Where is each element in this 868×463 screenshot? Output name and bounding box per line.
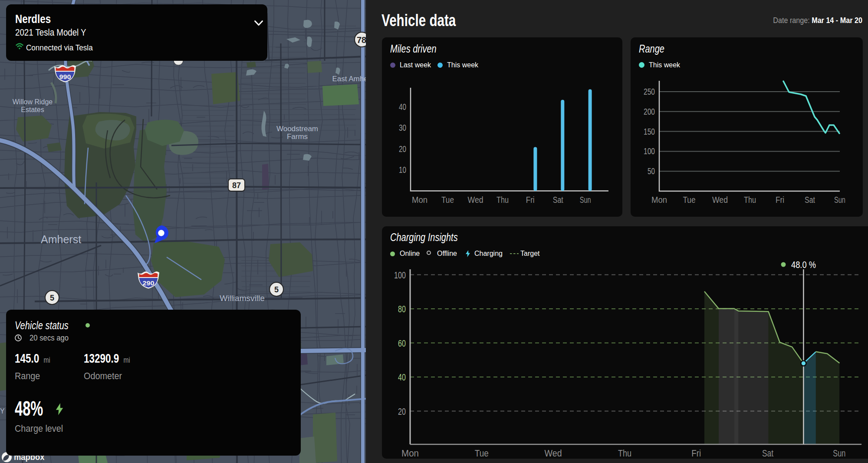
svg-text:Fri: Fri — [691, 448, 701, 459]
svg-text:Wed: Wed — [712, 195, 728, 205]
svg-text:Sun: Sun — [580, 195, 591, 205]
svg-text:Wed: Wed — [545, 448, 562, 459]
svg-text:290: 290 — [143, 279, 155, 287]
svg-text:5: 5 — [50, 294, 54, 302]
svg-text:10: 10 — [399, 165, 406, 175]
svg-text:250: 250 — [644, 87, 655, 96]
svg-text:Farms: Farms — [287, 132, 308, 141]
svg-text:Sun: Sun — [834, 195, 845, 205]
svg-text:40: 40 — [398, 372, 406, 383]
svg-text:48.0 %: 48.0 % — [791, 259, 816, 270]
svg-text:Sat: Sat — [805, 195, 815, 205]
svg-text:Mon: Mon — [401, 448, 419, 459]
svg-text:5: 5 — [274, 285, 279, 294]
svg-text:80: 80 — [398, 304, 406, 314]
svg-text:Thu: Thu — [496, 195, 509, 205]
svg-text:Mon: Mon — [651, 195, 667, 205]
svg-text:Fri: Fri — [526, 195, 535, 205]
svg-text:30: 30 — [399, 123, 406, 132]
svg-text:Fri: Fri — [776, 195, 784, 205]
svg-text:87: 87 — [232, 181, 241, 190]
svg-text:40: 40 — [399, 102, 406, 112]
svg-text:Y: Y — [0, 407, 5, 415]
svg-text:East Amherst: East Amherst — [332, 75, 366, 83]
svg-text:Thu: Thu — [744, 195, 756, 205]
svg-text:Mon: Mon — [412, 195, 427, 205]
svg-text:20: 20 — [399, 144, 406, 154]
svg-text:Sat: Sat — [762, 448, 773, 459]
svg-text:50: 50 — [648, 166, 655, 176]
svg-text:60: 60 — [398, 338, 406, 349]
svg-text:Thu: Thu — [618, 448, 631, 459]
svg-text:Willow Ridge: Willow Ridge — [13, 98, 53, 106]
svg-text:Tue: Tue — [683, 195, 696, 205]
svg-text:100: 100 — [644, 146, 655, 156]
svg-text:Williamsville: Williamsville — [220, 294, 264, 303]
svg-text:Wed: Wed — [468, 195, 483, 205]
svg-text:200: 200 — [644, 107, 655, 116]
svg-text:Tue: Tue — [441, 195, 454, 205]
svg-text:78: 78 — [357, 35, 366, 45]
svg-text:Amherst: Amherst — [41, 233, 81, 245]
svg-text:Sun: Sun — [833, 448, 845, 459]
svg-text:150: 150 — [644, 127, 655, 136]
svg-text:Tue: Tue — [475, 448, 489, 459]
svg-text:Woodstream: Woodstream — [276, 125, 318, 133]
svg-text:990: 990 — [59, 73, 71, 80]
svg-text:Sat: Sat — [553, 195, 563, 205]
svg-text:20: 20 — [398, 406, 406, 417]
svg-text:100: 100 — [394, 270, 406, 281]
svg-text:Estates: Estates — [21, 106, 44, 113]
